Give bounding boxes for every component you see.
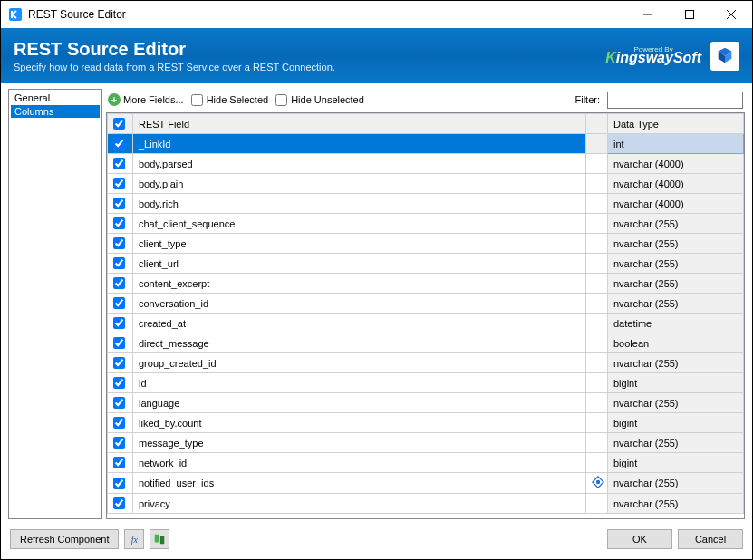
svg-point-6 xyxy=(596,480,600,484)
table-row[interactable]: content_excerptnvarchar (255) xyxy=(108,274,744,294)
ok-button[interactable]: OK xyxy=(607,529,672,549)
close-button[interactable] xyxy=(710,1,752,28)
field-cell[interactable]: conversation_id xyxy=(133,294,586,314)
field-cell[interactable]: notified_user_ids xyxy=(133,473,586,494)
type-cell[interactable]: nvarchar (255) xyxy=(608,393,744,413)
field-cell[interactable]: message_type xyxy=(133,433,586,453)
more-fields-button[interactable]: + More Fields... xyxy=(108,93,184,106)
row-checkbox[interactable] xyxy=(108,413,133,433)
field-cell[interactable]: group_created_id xyxy=(133,353,586,373)
row-checkbox[interactable] xyxy=(108,154,133,174)
row-checkbox[interactable] xyxy=(108,174,133,194)
table-row[interactable]: idbigint xyxy=(108,373,744,393)
field-cell[interactable]: chat_client_sequence xyxy=(133,214,586,234)
table-row[interactable]: liked_by.countbigint xyxy=(108,413,744,433)
select-all-checkbox[interactable] xyxy=(108,114,133,134)
type-cell[interactable]: nvarchar (255) xyxy=(608,294,744,314)
row-link-icon[interactable] xyxy=(586,473,608,494)
header-rest-field[interactable]: REST Field xyxy=(133,114,586,134)
field-cell[interactable]: liked_by.count xyxy=(133,413,586,433)
table-row[interactable]: client_urlnvarchar (255) xyxy=(108,254,744,274)
row-link-icon xyxy=(586,174,608,194)
sidebar-item-columns[interactable]: Columns xyxy=(11,105,100,118)
hide-selected-checkbox[interactable]: Hide Selected xyxy=(191,94,269,106)
row-checkbox[interactable] xyxy=(108,473,133,494)
type-cell[interactable]: nvarchar (4000) xyxy=(608,194,744,214)
row-checkbox[interactable] xyxy=(108,294,133,314)
row-checkbox[interactable] xyxy=(108,234,133,254)
field-cell[interactable]: id xyxy=(133,373,586,393)
table-row[interactable]: chat_client_sequencenvarchar (255) xyxy=(108,214,744,234)
row-checkbox[interactable] xyxy=(108,353,133,373)
type-cell[interactable]: nvarchar (4000) xyxy=(608,174,744,194)
field-cell[interactable]: body.plain xyxy=(133,174,586,194)
header-data-type[interactable]: Data Type xyxy=(608,114,744,134)
table-row[interactable]: privacynvarchar (255) xyxy=(108,494,744,514)
table-row[interactable]: direct_messageboolean xyxy=(108,333,744,353)
documentation-button[interactable] xyxy=(150,529,169,549)
field-cell[interactable]: content_excerpt xyxy=(133,274,586,294)
type-cell[interactable]: nvarchar (255) xyxy=(608,433,744,453)
table-row[interactable]: _LinkIdint xyxy=(108,134,744,154)
table-row[interactable]: conversation_idnvarchar (255) xyxy=(108,294,744,314)
filter-input[interactable] xyxy=(607,92,743,109)
row-checkbox[interactable] xyxy=(108,254,133,274)
row-checkbox[interactable] xyxy=(108,214,133,234)
field-cell[interactable]: privacy xyxy=(133,494,586,514)
table-row[interactable]: languagenvarchar (255) xyxy=(108,393,744,413)
row-checkbox[interactable] xyxy=(108,314,133,333)
row-checkbox[interactable] xyxy=(108,433,133,453)
field-cell[interactable]: direct_message xyxy=(133,333,586,353)
type-cell[interactable]: datetime xyxy=(608,314,744,333)
maximize-button[interactable] xyxy=(669,1,710,28)
type-cell[interactable]: boolean xyxy=(608,333,744,353)
minimize-button[interactable] xyxy=(627,1,669,28)
type-cell[interactable]: nvarchar (255) xyxy=(608,274,744,294)
table-row[interactable]: notified_user_idsnvarchar (255) xyxy=(108,473,744,494)
sidebar-item-general[interactable]: General xyxy=(11,92,100,104)
table-row[interactable]: group_created_idnvarchar (255) xyxy=(108,353,744,373)
row-checkbox[interactable] xyxy=(108,274,133,294)
table-row[interactable]: message_typenvarchar (255) xyxy=(108,433,744,453)
row-checkbox[interactable] xyxy=(108,453,133,473)
expression-button[interactable]: fx xyxy=(124,529,144,549)
grid-scroll[interactable]: REST Field Data Type _LinkIdintbody.pars… xyxy=(107,113,744,518)
type-cell[interactable]: bigint xyxy=(608,453,744,473)
type-cell[interactable]: nvarchar (255) xyxy=(608,494,744,514)
row-link-icon xyxy=(586,433,608,453)
table-row[interactable]: body.richnvarchar (4000) xyxy=(108,194,744,214)
row-link-icon xyxy=(586,393,608,413)
type-cell[interactable]: int xyxy=(608,134,744,154)
row-checkbox[interactable] xyxy=(108,373,133,393)
row-checkbox[interactable] xyxy=(108,393,133,413)
type-cell[interactable]: nvarchar (4000) xyxy=(608,154,744,174)
field-cell[interactable]: language xyxy=(133,393,586,413)
type-cell[interactable]: bigint xyxy=(608,373,744,393)
row-checkbox[interactable] xyxy=(108,333,133,353)
table-row[interactable]: created_atdatetime xyxy=(108,314,744,333)
refresh-component-button[interactable]: Refresh Component xyxy=(10,529,119,549)
field-cell[interactable]: client_url xyxy=(133,254,586,274)
row-checkbox[interactable] xyxy=(108,194,133,214)
field-cell[interactable]: client_type xyxy=(133,234,586,254)
table-row[interactable]: body.parsednvarchar (4000) xyxy=(108,154,744,174)
field-cell[interactable]: body.parsed xyxy=(133,154,586,174)
hide-unselected-checkbox[interactable]: Hide Unselected xyxy=(275,94,364,106)
type-cell[interactable]: nvarchar (255) xyxy=(608,353,744,373)
type-cell[interactable]: nvarchar (255) xyxy=(608,473,744,494)
type-cell[interactable]: nvarchar (255) xyxy=(608,254,744,274)
row-checkbox[interactable] xyxy=(108,494,133,514)
field-cell[interactable]: body.rich xyxy=(133,194,586,214)
row-checkbox[interactable] xyxy=(108,134,133,154)
window-title: REST Source Editor xyxy=(28,8,627,21)
table-row[interactable]: network_idbigint xyxy=(108,453,744,473)
field-cell[interactable]: _LinkId xyxy=(133,134,586,154)
type-cell[interactable]: bigint xyxy=(608,413,744,433)
field-cell[interactable]: network_id xyxy=(133,453,586,473)
table-row[interactable]: body.plainnvarchar (4000) xyxy=(108,174,744,194)
cancel-button[interactable]: Cancel xyxy=(678,529,743,549)
type-cell[interactable]: nvarchar (255) xyxy=(608,234,744,254)
field-cell[interactable]: created_at xyxy=(133,314,586,333)
type-cell[interactable]: nvarchar (255) xyxy=(608,214,744,234)
table-row[interactable]: client_typenvarchar (255) xyxy=(108,234,744,254)
